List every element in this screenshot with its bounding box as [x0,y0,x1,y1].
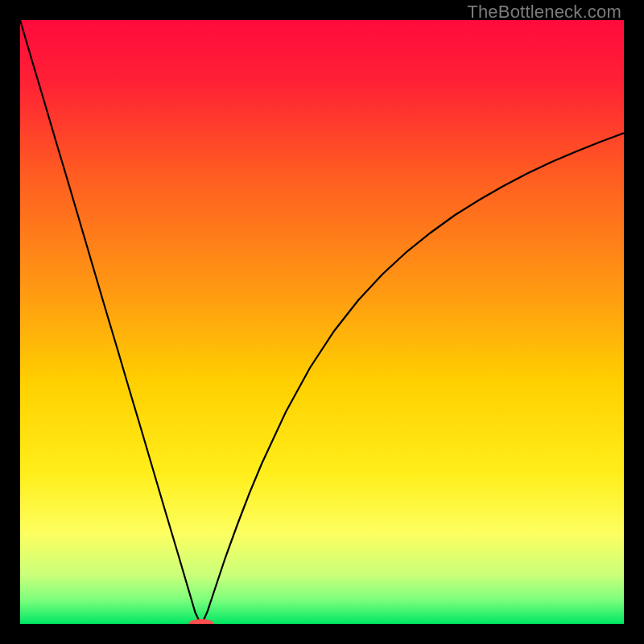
chart-frame [20,20,624,624]
watermark-text: TheBottleneck.com [467,2,621,23]
bottleneck-chart [20,20,624,624]
chart-background [20,20,624,624]
